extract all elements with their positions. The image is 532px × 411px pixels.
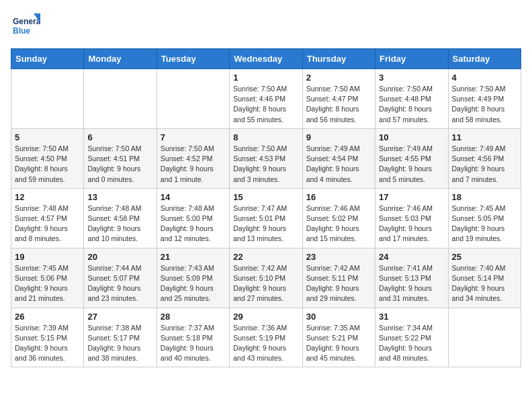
day-cell: 13Sunrise: 7:48 AM Sunset: 4:58 PM Dayli… <box>84 188 157 248</box>
day-number: 17 <box>379 192 444 202</box>
day-number: 21 <box>161 252 226 262</box>
day-info: Sunrise: 7:48 AM Sunset: 5:00 PM Dayligh… <box>161 203 226 244</box>
day-number: 25 <box>452 252 517 262</box>
week-row-4: 19Sunrise: 7:45 AM Sunset: 5:06 PM Dayli… <box>11 248 521 308</box>
day-number: 16 <box>306 192 371 202</box>
day-cell: 17Sunrise: 7:46 AM Sunset: 5:03 PM Dayli… <box>375 188 448 248</box>
day-number: 24 <box>379 252 444 262</box>
day-cell: 3Sunrise: 7:50 AM Sunset: 4:48 PM Daylig… <box>375 69 448 129</box>
day-info: Sunrise: 7:50 AM Sunset: 4:51 PM Dayligh… <box>87 144 152 185</box>
page-header: General Blue <box>11 11 521 40</box>
day-info: Sunrise: 7:48 AM Sunset: 4:57 PM Dayligh… <box>15 203 80 244</box>
day-cell <box>11 69 84 129</box>
day-info: Sunrise: 7:40 AM Sunset: 5:14 PM Dayligh… <box>452 263 517 304</box>
day-cell: 8Sunrise: 7:50 AM Sunset: 4:53 PM Daylig… <box>230 128 302 188</box>
day-info: Sunrise: 7:47 AM Sunset: 5:01 PM Dayligh… <box>233 203 298 244</box>
day-info: Sunrise: 7:50 AM Sunset: 4:52 PM Dayligh… <box>161 144 226 185</box>
day-number: 29 <box>233 312 298 322</box>
day-cell <box>84 69 157 129</box>
day-cell: 6Sunrise: 7:50 AM Sunset: 4:51 PM Daylig… <box>84 128 157 188</box>
day-cell: 5Sunrise: 7:50 AM Sunset: 4:50 PM Daylig… <box>11 128 84 188</box>
day-cell: 28Sunrise: 7:37 AM Sunset: 5:18 PM Dayli… <box>157 308 229 367</box>
day-cell: 9Sunrise: 7:49 AM Sunset: 4:54 PM Daylig… <box>302 128 375 188</box>
svg-text:Blue: Blue <box>13 26 30 36</box>
day-number: 3 <box>379 73 444 83</box>
day-cell: 25Sunrise: 7:40 AM Sunset: 5:14 PM Dayli… <box>448 248 521 308</box>
day-info: Sunrise: 7:48 AM Sunset: 4:58 PM Dayligh… <box>87 203 152 244</box>
day-cell <box>157 69 229 129</box>
day-cell: 1Sunrise: 7:50 AM Sunset: 4:46 PM Daylig… <box>230 69 302 129</box>
day-info: Sunrise: 7:49 AM Sunset: 4:56 PM Dayligh… <box>452 144 517 185</box>
weekday-header-tuesday: Tuesday <box>157 49 229 69</box>
day-info: Sunrise: 7:46 AM Sunset: 5:03 PM Dayligh… <box>379 203 444 244</box>
day-info: Sunrise: 7:50 AM Sunset: 4:53 PM Dayligh… <box>233 144 298 185</box>
day-info: Sunrise: 7:42 AM Sunset: 5:10 PM Dayligh… <box>233 263 298 304</box>
day-cell: 16Sunrise: 7:46 AM Sunset: 5:02 PM Dayli… <box>302 188 375 248</box>
day-info: Sunrise: 7:38 AM Sunset: 5:17 PM Dayligh… <box>87 323 152 364</box>
day-info: Sunrise: 7:35 AM Sunset: 5:21 PM Dayligh… <box>306 323 371 364</box>
day-cell: 11Sunrise: 7:49 AM Sunset: 4:56 PM Dayli… <box>448 128 521 188</box>
day-cell: 20Sunrise: 7:44 AM Sunset: 5:07 PM Dayli… <box>84 248 157 308</box>
day-number: 5 <box>15 132 80 142</box>
day-info: Sunrise: 7:37 AM Sunset: 5:18 PM Dayligh… <box>161 323 226 364</box>
day-number: 27 <box>87 312 152 322</box>
day-info: Sunrise: 7:43 AM Sunset: 5:09 PM Dayligh… <box>161 263 226 304</box>
day-cell: 18Sunrise: 7:45 AM Sunset: 5:05 PM Dayli… <box>448 188 521 248</box>
day-cell: 19Sunrise: 7:45 AM Sunset: 5:06 PM Dayli… <box>11 248 84 308</box>
day-number: 19 <box>15 252 80 262</box>
day-number: 20 <box>87 252 152 262</box>
day-cell: 31Sunrise: 7:34 AM Sunset: 5:22 PM Dayli… <box>375 308 448 367</box>
week-row-1: 1Sunrise: 7:50 AM Sunset: 4:46 PM Daylig… <box>11 69 521 129</box>
day-info: Sunrise: 7:41 AM Sunset: 5:13 PM Dayligh… <box>379 263 444 304</box>
day-number: 1 <box>233 73 298 83</box>
day-number: 15 <box>233 192 298 202</box>
day-info: Sunrise: 7:50 AM Sunset: 4:48 PM Dayligh… <box>379 84 444 125</box>
day-cell: 30Sunrise: 7:35 AM Sunset: 5:21 PM Dayli… <box>302 308 375 367</box>
day-info: Sunrise: 7:39 AM Sunset: 5:15 PM Dayligh… <box>15 323 80 364</box>
day-number: 2 <box>306 73 371 83</box>
day-number: 7 <box>161 132 226 142</box>
day-number: 9 <box>306 132 371 142</box>
day-info: Sunrise: 7:50 AM Sunset: 4:50 PM Dayligh… <box>15 144 80 185</box>
day-number: 14 <box>161 192 226 202</box>
week-row-5: 26Sunrise: 7:39 AM Sunset: 5:15 PM Dayli… <box>11 308 521 367</box>
day-cell: 7Sunrise: 7:50 AM Sunset: 4:52 PM Daylig… <box>157 128 229 188</box>
day-info: Sunrise: 7:36 AM Sunset: 5:19 PM Dayligh… <box>233 323 298 364</box>
day-cell: 29Sunrise: 7:36 AM Sunset: 5:19 PM Dayli… <box>230 308 302 367</box>
week-row-3: 12Sunrise: 7:48 AM Sunset: 4:57 PM Dayli… <box>11 188 521 248</box>
weekday-header-friday: Friday <box>375 49 448 69</box>
day-cell: 12Sunrise: 7:48 AM Sunset: 4:57 PM Dayli… <box>11 188 84 248</box>
day-info: Sunrise: 7:50 AM Sunset: 4:46 PM Dayligh… <box>233 84 298 125</box>
day-info: Sunrise: 7:42 AM Sunset: 5:11 PM Dayligh… <box>306 263 371 304</box>
day-cell: 10Sunrise: 7:49 AM Sunset: 4:55 PM Dayli… <box>375 128 448 188</box>
day-cell: 21Sunrise: 7:43 AM Sunset: 5:09 PM Dayli… <box>157 248 229 308</box>
weekday-header-wednesday: Wednesday <box>230 49 302 69</box>
logo: General Blue <box>11 11 40 40</box>
day-cell: 24Sunrise: 7:41 AM Sunset: 5:13 PM Dayli… <box>375 248 448 308</box>
day-cell: 2Sunrise: 7:50 AM Sunset: 4:47 PM Daylig… <box>302 69 375 129</box>
day-number: 31 <box>379 312 444 322</box>
day-info: Sunrise: 7:49 AM Sunset: 4:54 PM Dayligh… <box>306 144 371 185</box>
day-cell: 27Sunrise: 7:38 AM Sunset: 5:17 PM Dayli… <box>84 308 157 367</box>
day-number: 28 <box>161 312 226 322</box>
day-number: 6 <box>87 132 152 142</box>
day-number: 8 <box>233 132 298 142</box>
day-info: Sunrise: 7:44 AM Sunset: 5:07 PM Dayligh… <box>87 263 152 304</box>
weekday-header-monday: Monday <box>84 49 157 69</box>
day-info: Sunrise: 7:50 AM Sunset: 4:49 PM Dayligh… <box>452 84 517 125</box>
day-number: 4 <box>452 73 517 83</box>
day-cell: 23Sunrise: 7:42 AM Sunset: 5:11 PM Dayli… <box>302 248 375 308</box>
day-number: 22 <box>233 252 298 262</box>
weekday-header-saturday: Saturday <box>448 49 521 69</box>
day-number: 10 <box>379 132 444 142</box>
day-number: 11 <box>452 132 517 142</box>
day-info: Sunrise: 7:45 AM Sunset: 5:05 PM Dayligh… <box>452 203 517 244</box>
svg-text:General: General <box>13 17 40 26</box>
calendar-table: SundayMondayTuesdayWednesdayThursdayFrid… <box>11 48 521 367</box>
weekday-header-row: SundayMondayTuesdayWednesdayThursdayFrid… <box>11 49 521 69</box>
week-row-2: 5Sunrise: 7:50 AM Sunset: 4:50 PM Daylig… <box>11 128 521 188</box>
day-cell: 22Sunrise: 7:42 AM Sunset: 5:10 PM Dayli… <box>230 248 302 308</box>
day-number: 12 <box>15 192 80 202</box>
day-info: Sunrise: 7:45 AM Sunset: 5:06 PM Dayligh… <box>15 263 80 304</box>
day-info: Sunrise: 7:50 AM Sunset: 4:47 PM Dayligh… <box>306 84 371 125</box>
